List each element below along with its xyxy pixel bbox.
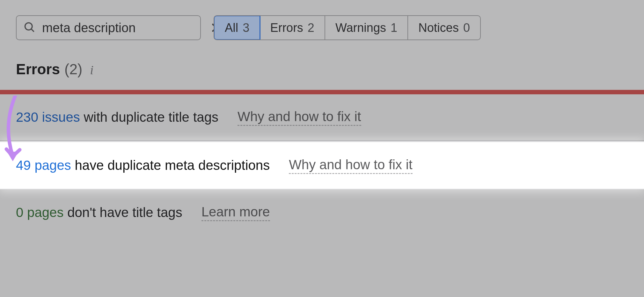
tab-errors[interactable]: Errors 2 <box>260 16 325 40</box>
issue-text: with duplicate title tags <box>84 110 218 125</box>
search-input[interactable] <box>42 21 203 35</box>
tab-count: 1 <box>391 21 397 35</box>
issue-count-link[interactable]: 49 pages <box>16 158 71 173</box>
issue-text: have duplicate meta descriptions <box>75 158 270 173</box>
issue-row: 230 issues with duplicate title tags Why… <box>0 94 644 141</box>
section-heading: Errors (2) i <box>16 61 93 78</box>
fix-link[interactable]: Why and how to fix it <box>289 157 413 174</box>
filter-tabs: All 3 Errors 2 Warnings 1 Notices 0 <box>214 15 481 40</box>
tab-label: Warnings <box>335 21 386 35</box>
tab-label: Errors <box>270 21 303 35</box>
tab-label: Notices <box>418 21 459 35</box>
filter-row: All 3 Errors 2 Warnings 1 Notices 0 <box>16 15 628 40</box>
tab-count: 3 <box>243 21 249 35</box>
issue-count-link[interactable]: 0 pages <box>16 205 63 220</box>
issue-text: don't have title tags <box>67 205 182 220</box>
error-divider <box>0 90 644 94</box>
search-box[interactable] <box>16 15 201 40</box>
fix-link[interactable]: Learn more <box>201 204 270 221</box>
svg-line-1 <box>31 29 34 32</box>
issue-count-link[interactable]: 230 issues <box>16 110 80 125</box>
section-count: (2) <box>64 61 82 78</box>
tab-warnings[interactable]: Warnings 1 <box>325 16 408 40</box>
issues-panel: All 3 Errors 2 Warnings 1 Notices 0 Erro… <box>0 0 644 297</box>
tab-count: 0 <box>463 21 470 35</box>
tab-count: 2 <box>308 21 314 35</box>
fix-link[interactable]: Why and how to fix it <box>238 109 361 126</box>
tab-label: All <box>225 21 238 35</box>
issue-row-highlighted: 49 pages have duplicate meta description… <box>0 141 644 189</box>
issue-row: 0 pages don't have title tags Learn more <box>0 189 644 236</box>
info-icon[interactable]: i <box>90 62 93 77</box>
tab-notices[interactable]: Notices 0 <box>408 16 480 40</box>
section-title: Errors <box>16 61 60 78</box>
search-icon <box>24 21 35 34</box>
tab-all[interactable]: All 3 <box>214 15 260 40</box>
